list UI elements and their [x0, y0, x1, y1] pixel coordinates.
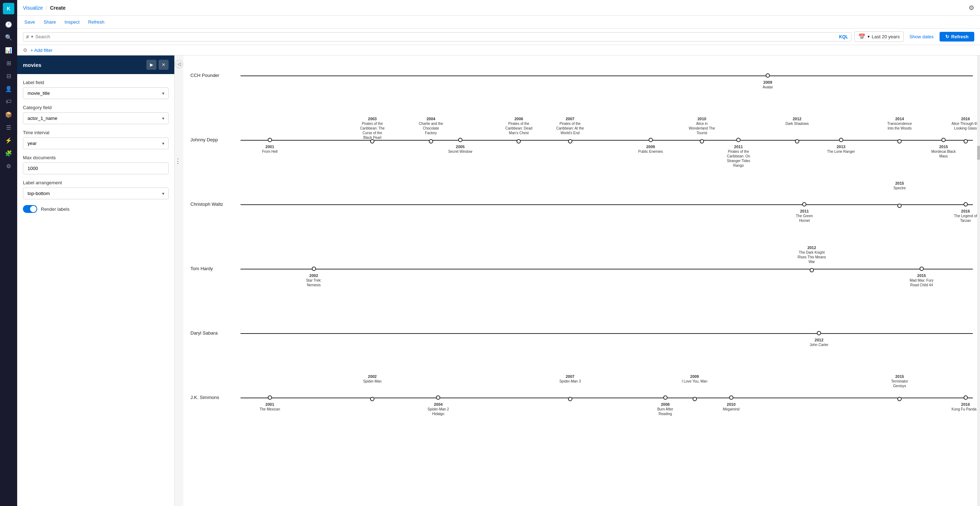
timeline-event-dot[interactable]: [964, 395, 968, 400]
label-arrangement-select[interactable]: top-bottom top bottom: [23, 188, 169, 199]
table-icon[interactable]: ⊟: [3, 70, 14, 81]
sidebar: K 🕐🔍📊⊞⊟👤🏷📦☰⚡🧩⚙: [0, 0, 17, 506]
timeline-event-dot[interactable]: [964, 202, 968, 207]
timeline-event-label: 2003Pirates of the Caribbean: The Curse …: [358, 116, 387, 140]
timeline-event-dot[interactable]: [458, 138, 463, 142]
timeline-event-label: 2015Spectre: [885, 181, 914, 190]
label-field-select[interactable]: movie_title actor_1_name: [23, 88, 169, 99]
timeline-line: [240, 333, 973, 334]
timeline-event-dot[interactable]: [897, 204, 902, 208]
category-field-select-wrapper[interactable]: actor_1_name movie_title: [23, 112, 169, 124]
search-icon[interactable]: 🔍: [3, 32, 14, 43]
inspect-button[interactable]: Inspect: [63, 19, 81, 25]
timeline-event-dot[interactable]: [964, 139, 968, 143]
gear-icon: ⚙: [23, 47, 27, 53]
add-filter-button[interactable]: + Add filter: [30, 48, 52, 53]
timeline-event-dot[interactable]: [568, 139, 572, 143]
timeline-event-dot[interactable]: [268, 138, 272, 142]
refresh-main-button[interactable]: ↻ Refresh: [940, 32, 974, 41]
timeline-event-label: 2001The Mexican: [256, 402, 284, 412]
app-logo[interactable]: K: [3, 3, 14, 14]
timeline-event-dot[interactable]: [920, 267, 924, 271]
timeline-container: CCH Pounder2009AvatarJohnny Depp2001From…: [191, 63, 973, 463]
category-field-select[interactable]: actor_1_name movie_title: [23, 112, 169, 124]
timeline-line: [240, 398, 973, 398]
refresh-main-label: Refresh: [951, 34, 969, 39]
timeline-event-dot[interactable]: [429, 139, 433, 143]
bar-chart-icon[interactable]: 📊: [3, 45, 14, 56]
timeline-event-label: 2006Pirates of the Caribbean: Dead Man's…: [504, 116, 533, 135]
clock-icon[interactable]: 🕐: [3, 19, 14, 30]
timeline-event-dot[interactable]: [268, 395, 272, 400]
scrollbar-thumb[interactable]: [977, 146, 980, 160]
visualize-link[interactable]: Visualize: [23, 5, 43, 11]
settings-icon[interactable]: ⚙: [3, 160, 14, 172]
timeline-row: J.K. Simmons2001The Mexican2002Spider-Ma…: [191, 392, 973, 435]
top-settings-icon[interactable]: ⚙: [969, 4, 974, 12]
vertical-scrollbar[interactable]: [977, 56, 980, 506]
box-icon[interactable]: 📦: [3, 109, 14, 120]
timeline-event-dot[interactable]: [663, 395, 668, 400]
refresh-button[interactable]: Refresh: [87, 19, 106, 25]
show-dates-button[interactable]: Show dates: [907, 33, 937, 40]
timeline-event-label: 2015Terminator Genisys: [885, 374, 914, 388]
time-interval-select[interactable]: year month day: [23, 137, 169, 149]
timeline-event-dot[interactable]: [312, 267, 316, 271]
max-documents-label: Max documents: [23, 155, 169, 160]
timeline-event-dot[interactable]: [517, 139, 521, 143]
timeline-event-dot[interactable]: [839, 138, 843, 142]
timeline-line-area: 2012John Carter: [240, 328, 973, 371]
timeline-event-dot[interactable]: [736, 138, 741, 142]
timeline-event-dot[interactable]: [765, 73, 770, 78]
collapse-panel-button[interactable]: ◁: [175, 60, 183, 68]
timeline-line: [240, 269, 973, 269]
render-labels-toggle[interactable]: [23, 205, 37, 213]
max-documents-input[interactable]: [23, 162, 169, 174]
panel-title-bar: movies ▶ ✕: [17, 56, 174, 74]
timeline-event-label: 2002Spider-Man: [358, 374, 387, 383]
timeline-event-dot[interactable]: [693, 397, 697, 401]
lightning-icon[interactable]: ⚡: [3, 135, 14, 146]
time-interval-select-wrapper[interactable]: year month day: [23, 137, 169, 149]
timeline-event-dot[interactable]: [649, 138, 653, 142]
timeline-event-dot[interactable]: [817, 331, 821, 335]
tag-icon[interactable]: 🏷: [3, 96, 14, 107]
save-button[interactable]: Save: [23, 19, 37, 25]
timeline-event-dot[interactable]: [810, 268, 814, 272]
timeline-event-dot[interactable]: [568, 397, 572, 401]
timeline-event-dot[interactable]: [729, 395, 733, 400]
timeline-event-dot[interactable]: [941, 138, 946, 142]
grid-icon[interactable]: ⊞: [3, 57, 14, 69]
timeline-event-dot[interactable]: [370, 397, 374, 401]
panel-close-button[interactable]: ✕: [159, 60, 169, 70]
more-options-button[interactable]: ⋮: [173, 156, 183, 166]
date-picker[interactable]: 📅 ▾ Last 20 years: [854, 32, 904, 42]
label-arrangement-select-wrapper[interactable]: top-bottom top bottom: [23, 188, 169, 199]
puzzle-icon[interactable]: 🧩: [3, 148, 14, 159]
share-button[interactable]: Share: [42, 19, 57, 25]
panel-play-button[interactable]: ▶: [146, 60, 156, 70]
timeline-event-dot[interactable]: [897, 139, 902, 143]
timeline-line: [240, 204, 973, 205]
timeline-actor-label: J.K. Simmons: [191, 392, 240, 400]
timeline-event-dot[interactable]: [802, 202, 807, 207]
current-page: Create: [50, 5, 66, 11]
user-icon[interactable]: 👤: [3, 83, 14, 94]
timeline-line-area: 2001The Mexican2002Spider-Man2004Spider-…: [240, 392, 973, 435]
kql-badge[interactable]: KQL: [839, 34, 848, 39]
timeline-event-dot[interactable]: [436, 395, 440, 400]
time-interval-label: Time interval: [23, 130, 169, 135]
timeline-event-dot[interactable]: [700, 139, 704, 143]
panel-body: Label field movie_title actor_1_name Cat…: [17, 74, 174, 506]
label-arrangement-group: Label arrangement top-bottom top bottom: [23, 180, 169, 199]
timeline-event-dot[interactable]: [795, 139, 799, 143]
label-field-select-wrapper[interactable]: movie_title actor_1_name: [23, 88, 169, 99]
timeline-line: [240, 75, 973, 76]
timeline-event-dot[interactable]: [897, 397, 902, 401]
list-icon[interactable]: ☰: [3, 122, 14, 133]
search-input[interactable]: [35, 34, 837, 39]
hash-dropdown-icon[interactable]: ▾: [31, 34, 33, 39]
timeline-line-area: 2002Star Trek: Nemesis2012The Dark Knigh…: [240, 263, 973, 306]
add-filter-row: ⚙ + Add filter: [17, 45, 980, 56]
time-interval-group: Time interval year month day: [23, 130, 169, 149]
